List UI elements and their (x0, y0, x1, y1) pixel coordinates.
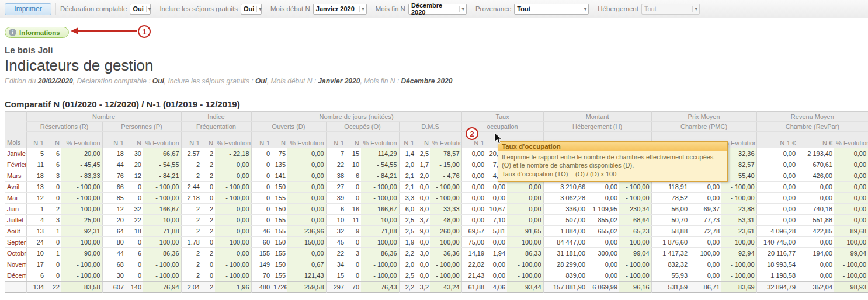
content: i Informations Le bois Joli Indicateurs … (0, 26, 868, 293)
cell: - 100,00 (721, 270, 756, 281)
subgroup-header: Réservations (R) (26, 122, 102, 132)
cell: - 100,00 (507, 237, 543, 248)
filter-select[interactable]: Tout▾ (514, 4, 589, 15)
cell: 56,00 (651, 204, 689, 215)
separator (155, 3, 155, 15)
cell: 1,7 (416, 159, 430, 170)
print-button[interactable]: Imprimer (5, 3, 51, 15)
col-header[interactable]: % Evolution (143, 132, 181, 148)
cell: - 22,18 (215, 148, 251, 159)
subgroup-header: Chambre (RevPar) (756, 122, 868, 132)
col-header[interactable]: N (416, 132, 430, 148)
filter-select[interactable]: Décembre 2020▾ (408, 4, 467, 15)
col-header[interactable]: % Evolution (61, 132, 102, 148)
total-cell: 2.04 (181, 281, 202, 293)
separator (55, 3, 56, 15)
cell: 0,00 (461, 204, 486, 215)
col-header[interactable]: % Evolution (287, 132, 326, 148)
cell: 1 876,60 (651, 237, 689, 248)
table-row: Août131- 92,316418- 71,88220,0046155236,… (5, 226, 868, 237)
col-header[interactable]: N-1 (399, 132, 416, 148)
month-label: Février (5, 159, 26, 170)
cell: - 54,55 (361, 159, 399, 170)
select-value: Tout (644, 5, 657, 12)
cell: 9 (346, 226, 361, 237)
cell: 0,00 (507, 215, 543, 226)
cell: 0 (251, 170, 272, 182)
col-header[interactable]: N-1 (102, 132, 126, 148)
cell: 15 (346, 148, 361, 159)
cell: 31 181,00 (543, 248, 587, 259)
cell: 100,00 (689, 248, 721, 259)
cell: 28 299,00 (543, 259, 587, 270)
total-cell: 1726 (272, 281, 287, 293)
cell: 68,64 (619, 215, 651, 226)
cell: 2,5 (416, 148, 430, 159)
col-header[interactable]: N-1 (326, 132, 346, 148)
cell: 0,00 (507, 204, 543, 215)
cell: 0 (346, 259, 361, 270)
total-cell: 22 (46, 281, 61, 293)
cell: 0,00 (756, 215, 797, 226)
chevron-down-icon: ▾ (359, 6, 364, 12)
col-header[interactable]: % Evolution (361, 132, 399, 148)
cell: 300,00 (587, 248, 619, 259)
cell: 2 (181, 170, 202, 182)
cell: 16 (346, 204, 361, 215)
cell: 0,00 (215, 248, 251, 259)
cell: - 100,00 (430, 193, 461, 204)
filter-select[interactable]: Oui▾ (241, 4, 262, 15)
col-header[interactable]: N (346, 132, 361, 148)
filter-select[interactable]: Oui▾ (130, 4, 151, 15)
cell: 18 (26, 170, 46, 182)
cell: 30 (102, 270, 126, 281)
cell: 0 (202, 193, 215, 204)
col-header[interactable]: % Evolution (430, 132, 461, 148)
cell: 0 (46, 182, 61, 193)
cell: 0,00 (689, 193, 721, 204)
cell: 0,00 (587, 182, 619, 193)
col-header[interactable]: N-1 (251, 132, 272, 148)
cell: 0,00 (215, 215, 251, 226)
col-header[interactable]: N-1 (181, 132, 202, 148)
total-cell: - 83,69 (721, 281, 756, 293)
col-header[interactable]: % Evolution (215, 132, 251, 148)
col-header[interactable]: N € (797, 132, 834, 148)
annotation-circle-2: 2 (466, 127, 478, 140)
edition-text: , Inclure les séjours gratuits : (164, 77, 255, 85)
filter-select[interactable]: Janvier 2020▾ (313, 4, 367, 15)
col-header[interactable]: N-1 (26, 132, 46, 148)
cell: 2 193,40 (797, 148, 834, 159)
col-header[interactable]: N (126, 132, 143, 148)
col-header[interactable]: % Evolution (834, 132, 868, 148)
cell: 230,34 (619, 204, 651, 215)
col-header[interactable]: N (272, 132, 287, 148)
cell: 75,00 (461, 237, 486, 248)
cell: 72,78 (689, 226, 721, 237)
cell: - 86,33 (507, 248, 543, 259)
cell: - 100,00 (430, 259, 461, 270)
totals-label (5, 281, 26, 293)
cell: - 100,00 (430, 237, 461, 248)
total-cell: - 96,16 (619, 281, 651, 293)
informations-badge[interactable]: i Informations (5, 27, 69, 38)
total-cell: - 1,96 (215, 281, 251, 293)
cell: - 100,00 (361, 270, 399, 281)
cell: 68 (102, 259, 126, 270)
cell: 422,85 (797, 226, 834, 237)
cell: 0,00 (689, 237, 721, 248)
cell: 3,7 (416, 215, 430, 226)
col-header[interactable]: N (46, 132, 61, 148)
cell: 155 (272, 226, 287, 237)
cell: 12 (26, 193, 46, 204)
cell: 27 (326, 182, 346, 193)
col-header[interactable]: N (202, 132, 215, 148)
cell: - 100,00 (61, 237, 102, 248)
col-header[interactable]: N-1 € (756, 132, 797, 148)
cell: - 90,00 (61, 248, 102, 259)
select-value: Décembre 2020 (411, 2, 457, 16)
cell: 10 (326, 215, 346, 226)
cell: - 100,00 (215, 193, 251, 204)
cell: 0,00 (486, 182, 507, 193)
cell: - 100,00 (721, 182, 756, 193)
